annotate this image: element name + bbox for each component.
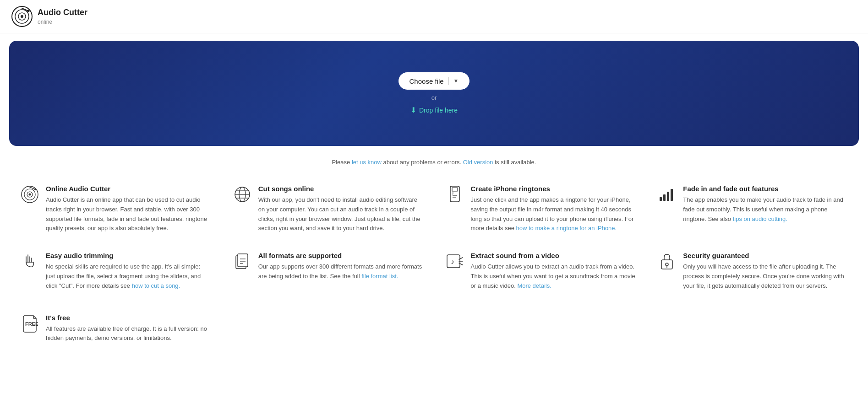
dropdown-arrow-icon: ▼ bbox=[453, 78, 459, 84]
feature-icon-row-5: Easy audio trimming No special skills ar… bbox=[20, 252, 211, 291]
svg-point-3 bbox=[21, 15, 23, 18]
svg-rect-22 bbox=[660, 197, 662, 201]
svg-point-11 bbox=[34, 188, 36, 190]
iphone-ringtone-icon: ♪ bbox=[445, 185, 464, 204]
choose-file-button[interactable]: Choose file ▼ bbox=[399, 72, 470, 90]
drop-file-label: Drop file here bbox=[419, 107, 458, 114]
feature-extract-sound-content: Extract sound from a video Audio Cutter … bbox=[471, 252, 636, 291]
feature-fade-content: Fade in and fade out features The app en… bbox=[683, 185, 848, 224]
how-to-cut-link[interactable]: how to cut a song. bbox=[132, 282, 180, 289]
signal-bars-icon bbox=[657, 185, 677, 204]
feature-extract-sound-desc: Audio Cutter allows you to extract an au… bbox=[471, 262, 636, 291]
globe-icon bbox=[233, 185, 252, 204]
free-tag-icon: FREE bbox=[20, 314, 39, 333]
feature-trimming-title: Easy audio trimming bbox=[46, 252, 211, 259]
hero-section: Choose file ▼ or ⬇ Drop file here bbox=[9, 41, 859, 146]
feature-trimming-desc: No special skills are required to use th… bbox=[46, 262, 211, 291]
audio-cutting-tips-link[interactable]: tips on audio cutting. bbox=[733, 215, 787, 222]
feature-iphone-ringtones: ♪ Create iPhone ringtones Just one click… bbox=[434, 176, 647, 242]
iphone-ringtone-link[interactable]: how to make a ringtone for an iPhone. bbox=[516, 225, 617, 231]
feature-audio-cutter-title: Online Audio Cutter bbox=[46, 185, 211, 193]
feature-cut-songs-content: Cut songs online With our app, you don't… bbox=[258, 185, 423, 233]
notice-bar: Please let us know about any problems or… bbox=[0, 153, 868, 171]
feature-security: Security guaranteed Only you will have a… bbox=[646, 242, 859, 300]
old-version-link[interactable]: Old version bbox=[463, 159, 493, 166]
more-details-link[interactable]: More details. bbox=[517, 282, 551, 289]
feature-audio-cutter-desc: Audio Cutter is an online app that can b… bbox=[46, 195, 211, 233]
feature-free-title: It's free bbox=[46, 314, 211, 322]
let-us-know-link[interactable]: let us know bbox=[352, 159, 382, 166]
feature-icon-row-8: Security guaranteed Only you will have a… bbox=[657, 252, 848, 291]
choose-file-label: Choose file bbox=[409, 77, 444, 85]
button-divider bbox=[448, 77, 449, 85]
notice-prefix: Please bbox=[332, 159, 350, 166]
feature-icon-row-4: Fade in and fade out features The app en… bbox=[657, 185, 848, 224]
feature-iphone-ringtones-desc: Just one click and the app makes a ringt… bbox=[471, 195, 636, 233]
feature-cut-songs-desc: With our app, you don't need to install … bbox=[258, 195, 423, 233]
download-icon: ⬇ bbox=[410, 106, 416, 114]
audio-cutter-icon bbox=[20, 185, 39, 204]
svg-rect-24 bbox=[667, 192, 669, 201]
app-subtitle: online bbox=[38, 19, 52, 25]
feature-formats-content: All formats are supported Our app suppor… bbox=[258, 252, 423, 281]
feature-security-title: Security guaranteed bbox=[683, 252, 848, 259]
feature-security-desc: Only you will have access to the file af… bbox=[683, 262, 848, 291]
drop-file-link[interactable]: ⬇ Drop file here bbox=[410, 106, 458, 114]
music-video-icon: ♪ bbox=[445, 252, 464, 271]
feature-formats-title: All formats are supported bbox=[258, 252, 423, 259]
svg-line-33 bbox=[459, 258, 463, 259]
svg-rect-27 bbox=[238, 254, 248, 267]
feature-free-content: It's free All features are available fre… bbox=[46, 314, 211, 344]
files-stack-icon bbox=[233, 252, 252, 271]
features-grid: Online Audio Cutter Audio Cutter is an o… bbox=[0, 171, 868, 309]
svg-point-5 bbox=[27, 10, 30, 12]
header: Audio Cutter online bbox=[0, 0, 868, 33]
feature-icon-row-7: ♪ Extract sound from a video Audio Cutte… bbox=[445, 252, 636, 291]
feature-cut-songs-title: Cut songs online bbox=[258, 185, 423, 193]
feature-free: FREE It's free All features are availabl… bbox=[9, 309, 222, 353]
logo-container: Audio Cutter online bbox=[11, 5, 87, 27]
feature-extract-sound: ♪ Extract sound from a video Audio Cutte… bbox=[434, 242, 647, 300]
feature-free-desc: All features are available free of charg… bbox=[46, 324, 211, 344]
feature-icon-row-3: ♪ Create iPhone ringtones Just one click… bbox=[445, 185, 636, 233]
feature-fade: Fade in and fade out features The app en… bbox=[646, 176, 859, 242]
feature-formats-desc: Our app supports over 300 different form… bbox=[258, 262, 423, 281]
feature-iphone-ringtones-title: Create iPhone ringtones bbox=[471, 185, 636, 193]
feature-icon-row: Online Audio Cutter Audio Cutter is an o… bbox=[20, 185, 211, 233]
feature-security-content: Security guaranteed Only you will have a… bbox=[683, 252, 848, 291]
svg-point-9 bbox=[29, 194, 31, 196]
app-name: Audio Cutter bbox=[38, 8, 87, 18]
svg-text:♪: ♪ bbox=[452, 190, 454, 195]
svg-rect-25 bbox=[671, 189, 673, 201]
logo-text: Audio Cutter online bbox=[38, 8, 87, 25]
feature-icon-row-free: FREE It's free All features are availabl… bbox=[20, 314, 211, 344]
or-text: or bbox=[431, 94, 437, 101]
svg-text:♪: ♪ bbox=[451, 258, 454, 265]
feature-extract-sound-title: Extract sound from a video bbox=[471, 252, 636, 259]
features-bottom: FREE It's free All features are availabl… bbox=[0, 309, 868, 362]
svg-rect-23 bbox=[663, 194, 666, 201]
lock-icon bbox=[657, 252, 677, 271]
hand-pointer-icon bbox=[20, 252, 39, 271]
feature-iphone-ringtones-content: Create iPhone ringtones Just one click a… bbox=[471, 185, 636, 233]
feature-fade-title: Fade in and fade out features bbox=[683, 185, 848, 193]
feature-icon-row-6: All formats are supported Our app suppor… bbox=[233, 252, 423, 281]
feature-audio-cutter-content: Online Audio Cutter Audio Cutter is an o… bbox=[46, 185, 211, 233]
feature-fade-desc: The app enables you to make your audio t… bbox=[683, 195, 848, 224]
file-format-list-link[interactable]: file format list. bbox=[361, 273, 398, 280]
feature-icon-row-2: Cut songs online With our app, you don't… bbox=[233, 185, 423, 233]
feature-trimming: Easy audio trimming No special skills ar… bbox=[9, 242, 222, 300]
feature-cut-songs: Cut songs online With our app, you don't… bbox=[222, 176, 434, 242]
svg-text:FREE: FREE bbox=[25, 321, 38, 327]
svg-point-37 bbox=[666, 263, 668, 266]
feature-trimming-content: Easy audio trimming No special skills ar… bbox=[46, 252, 211, 291]
feature-formats: All formats are supported Our app suppor… bbox=[222, 242, 434, 300]
logo-icon bbox=[11, 5, 33, 27]
feature-audio-cutter: Online Audio Cutter Audio Cutter is an o… bbox=[9, 176, 222, 242]
svg-line-35 bbox=[459, 263, 463, 265]
